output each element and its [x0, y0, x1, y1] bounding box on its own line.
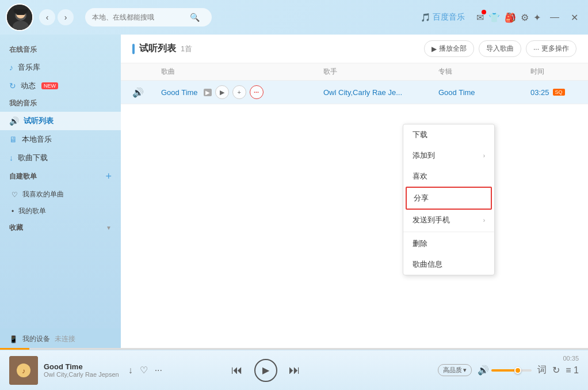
sidebar-item-music-library[interactable]: ♪ 音乐库 — [0, 58, 121, 77]
sidebar-item-playlist[interactable]: 🔊 试听列表 — [0, 112, 121, 130]
player-controls-left: ↓ ♡ ··· — [128, 365, 162, 376]
context-menu-divider — [403, 232, 494, 232]
settings-icon[interactable]: ⚙ — [521, 12, 529, 23]
sidebar: 在线音乐 ♪ 音乐库 ↻ 动态 NEW 我的音乐 🔊 试听列表 🖥 本地音乐 ↓… — [0, 35, 121, 350]
current-time: 00:35 — [563, 355, 579, 362]
context-menu-share[interactable]: 分享 — [406, 187, 492, 210]
delete-label: 删除 — [413, 238, 427, 249]
content-header: 试听列表 1首 ▶ 播放全部 导入歌曲 ··· 更多操作 — [121, 35, 588, 63]
download-player-button[interactable]: ↓ — [128, 365, 133, 376]
play-pause-button[interactable]: ▶ — [254, 359, 277, 382]
sidebar-item-download[interactable]: ↓ 歌曲下载 — [0, 149, 121, 167]
shirt-icon[interactable]: 👕 — [488, 12, 500, 23]
svg-rect-4 — [16, 9, 25, 15]
volume-thumb[interactable] — [514, 367, 521, 374]
collection-title: 收藏 — [9, 223, 23, 233]
close-button[interactable]: ✕ — [566, 9, 582, 25]
bag-icon[interactable]: 🎒 — [505, 12, 516, 23]
import-label: 导入歌曲 — [486, 44, 514, 54]
lyrics-button[interactable]: 词 — [537, 364, 547, 376]
chevron-down-icon: ▼ — [106, 225, 112, 231]
forward-button[interactable]: › — [58, 9, 74, 25]
mail-badge — [482, 10, 486, 14]
playlist-toggle-button[interactable]: ≡ 1 — [566, 365, 579, 376]
my-songs-label: 我的歌单 — [18, 206, 46, 216]
playing-indicator-cell: 🔊 — [132, 87, 161, 98]
player-main-controls: ⏮ ▶ ⏭ — [231, 359, 300, 382]
volume-icon[interactable]: 🔊 — [478, 365, 489, 376]
playlist-icon: 🔊 — [9, 116, 19, 126]
device-icon: 📱 — [9, 335, 18, 343]
song-count: 1首 — [181, 44, 192, 54]
search-box: 🔍 — [85, 8, 212, 26]
context-menu-song-info[interactable]: 歌曲信息 — [403, 254, 494, 275]
sidebar-item-local-music[interactable]: 🖥 本地音乐 — [0, 130, 121, 149]
download-label: 下载 — [413, 130, 427, 140]
new-badge: NEW — [41, 82, 58, 89]
avatar[interactable] — [6, 3, 33, 31]
sidebar-item-activity[interactable]: ↻ 动态 NEW — [0, 77, 121, 95]
quality-label: 高品质 — [443, 366, 462, 374]
player-right-controls: 高品质 ▾ 🔊 词 ↻ ≡ 1 — [438, 364, 579, 376]
player-info: Good Time Owl City,Carly Rae Jepsen — [44, 362, 119, 378]
my-device-bar: 📱 我的设备 未连接 — [0, 328, 121, 350]
header-actions: ▶ 播放全部 导入歌曲 ··· 更多操作 — [424, 40, 576, 57]
player-song-title: Good Time — [44, 362, 119, 371]
song-title-text: Good Time — [161, 88, 198, 97]
import-button[interactable]: 导入歌曲 — [479, 40, 521, 57]
title-icons: ✉ 👕 🎒 ⚙ ✦ — [476, 12, 541, 23]
context-menu-download[interactable]: 下载 — [403, 124, 494, 145]
song-actions: ▶ + ··· — [215, 85, 264, 99]
col-header-artist: 歌手 — [323, 67, 438, 77]
prev-button[interactable]: ⏮ — [231, 364, 243, 377]
quality-chevron-icon: ▾ — [463, 366, 467, 374]
collection-section: 收藏 ▼ — [0, 219, 121, 236]
title-bar: ‹ › 🔍 🎵 百度音乐 ✉ 👕 🎒 ⚙ ✦ — ✕ — [0, 0, 588, 35]
quality-button[interactable]: 高品质 ▾ — [438, 364, 472, 376]
context-menu-delete[interactable]: 删除 — [403, 233, 494, 254]
more-dots-icon: ··· — [533, 45, 539, 53]
play-all-button[interactable]: ▶ 播放全部 — [424, 40, 474, 57]
playing-indicator-icon: 🔊 — [132, 87, 144, 98]
album-cell: Good Time — [438, 88, 530, 97]
time-display: 00:35 — [563, 355, 579, 362]
mail-icon[interactable]: ✉ — [476, 12, 484, 23]
heart-player-button[interactable]: ♡ — [140, 365, 148, 376]
more-button[interactable]: ··· 更多操作 — [526, 40, 576, 57]
context-menu-send-to-phone[interactable]: 发送到手机 › — [403, 210, 494, 230]
player-artist: Owl City,Carly Rae Jepsen — [44, 371, 119, 378]
sidebar-item-favorites[interactable]: ♡ 我喜欢的单曲 — [0, 186, 121, 203]
more-options-button[interactable]: ··· — [250, 85, 264, 99]
play-song-button[interactable]: ▶ — [215, 85, 229, 99]
player-bar: ♪ Good Time Owl City,Carly Rae Jepsen ↓ … — [0, 350, 588, 390]
volume-track[interactable] — [491, 369, 532, 372]
svg-text:♪: ♪ — [22, 367, 25, 375]
heart-icon: ♡ — [12, 191, 18, 199]
content-area: 试听列表 1首 ▶ 播放全部 导入歌曲 ··· 更多操作 歌曲 — [121, 35, 588, 350]
activity-label: 动态 — [21, 81, 36, 91]
context-menu-favorite[interactable]: 喜欢 — [403, 166, 494, 187]
col-header-num — [132, 67, 161, 77]
add-playlist-button[interactable]: + — [105, 171, 112, 183]
search-icon[interactable]: 🔍 — [190, 13, 200, 22]
repeat-button[interactable]: ↻ — [552, 365, 560, 376]
volume-fill — [491, 369, 518, 372]
add-to-queue-button[interactable]: + — [232, 85, 246, 99]
context-menu-add-to[interactable]: 添加到 › — [403, 145, 494, 166]
nav-buttons: ‹ › — [39, 9, 74, 25]
minimize-button[interactable]: — — [547, 9, 563, 25]
baidu-logo-icon: 🎵 — [421, 13, 430, 22]
window-controls: — ✕ — [547, 9, 582, 25]
download-label: 歌曲下载 — [18, 153, 48, 163]
back-button[interactable]: ‹ — [39, 9, 55, 25]
online-music-section: 在线音乐 — [0, 41, 121, 58]
quality-badge: SQ — [553, 89, 565, 96]
pin-icon[interactable]: ✦ — [533, 12, 541, 23]
more-player-button[interactable]: ··· — [155, 365, 162, 376]
artist-name: Owl City,Carly Rae Je... — [323, 88, 402, 97]
local-music-label: 本地音乐 — [22, 134, 52, 145]
next-button[interactable]: ⏭ — [289, 364, 300, 377]
sidebar-item-my-songs[interactable]: • 我的歌单 — [0, 203, 121, 219]
add-to-label: 添加到 — [413, 150, 435, 161]
search-input[interactable] — [92, 13, 190, 21]
